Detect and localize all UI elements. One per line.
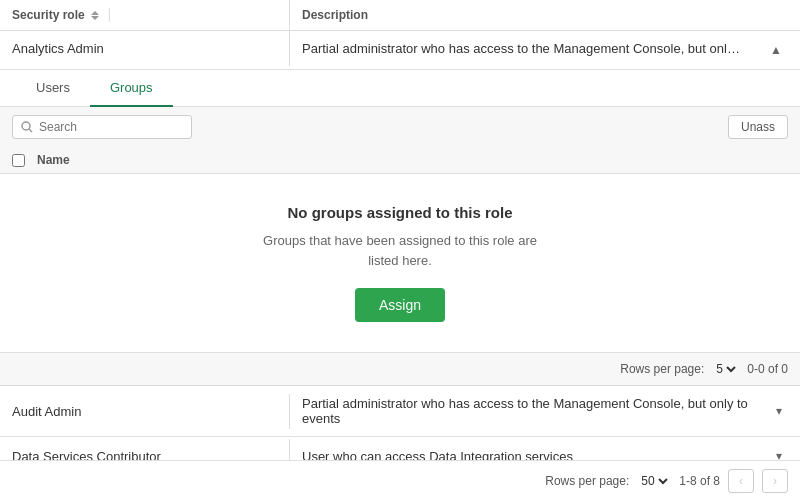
table-header: Security role Description [0,0,800,31]
panel-toolbar: Unass [0,107,800,147]
audit-admin-role-name: Audit Admin [0,394,290,429]
analytics-admin-row: Analytics Admin Partial administrator wh… [0,31,800,70]
panel-rows-per-page-label: Rows per page: [620,362,704,376]
empty-subtitle: Groups that have been assigned to this r… [263,231,537,270]
search-input[interactable] [39,120,169,134]
bottom-rows-per-page-select[interactable]: 50 [637,473,671,489]
tab-groups[interactable]: Groups [90,70,173,107]
previous-page-button[interactable]: ‹ [728,469,754,493]
empty-title: No groups assigned to this role [287,204,512,221]
assign-button[interactable]: Assign [355,288,445,322]
col-role-label: Security role [12,8,85,22]
search-icon [21,121,33,133]
panel-pagination-range: 0-0 of 0 [747,362,788,376]
bottom-pagination-range: 1-8 of 8 [679,474,720,488]
bottom-pagination: Rows per page: 50 1-8 of 8 ‹ › [0,460,800,501]
col-role-header: Security role [0,0,290,30]
analytics-admin-expanded-panel: Users Groups Unass Name No groups assign… [0,70,800,386]
svg-line-1 [29,129,32,132]
svg-point-0 [22,122,30,130]
next-page-button[interactable]: › [762,469,788,493]
panel-table-header: Name [0,147,800,174]
analytics-admin-desc-cell: Partial administrator who has access to … [290,31,800,69]
tabs-bar: Users Groups [0,70,800,107]
col-desc-header: Description [290,0,800,30]
analytics-admin-collapse-btn[interactable]: ▲ [764,41,788,59]
panel-rows-per-page-select[interactable]: 5 [712,361,739,377]
tab-users[interactable]: Users [16,70,90,107]
audit-admin-row: Audit Admin Partial administrator who ha… [0,386,800,437]
empty-state: No groups assigned to this role Groups t… [0,174,800,352]
col-desc-label: Description [302,8,368,22]
analytics-admin-role-name: Analytics Admin [0,31,290,66]
search-box[interactable] [12,115,192,139]
sort-icon [91,11,99,20]
audit-admin-expand-btn[interactable]: ▾ [770,402,788,420]
bottom-rows-per-page-label: Rows per page: [545,474,629,488]
unassign-button[interactable]: Unass [728,115,788,139]
select-all-checkbox[interactable] [12,154,25,167]
panel-pagination: Rows per page: 5 0-0 of 0 [0,352,800,385]
analytics-admin-description: Partial administrator who has access to … [302,41,742,56]
name-column-header: Name [37,153,70,167]
audit-admin-desc-cell: Partial administrator who has access to … [290,386,800,436]
